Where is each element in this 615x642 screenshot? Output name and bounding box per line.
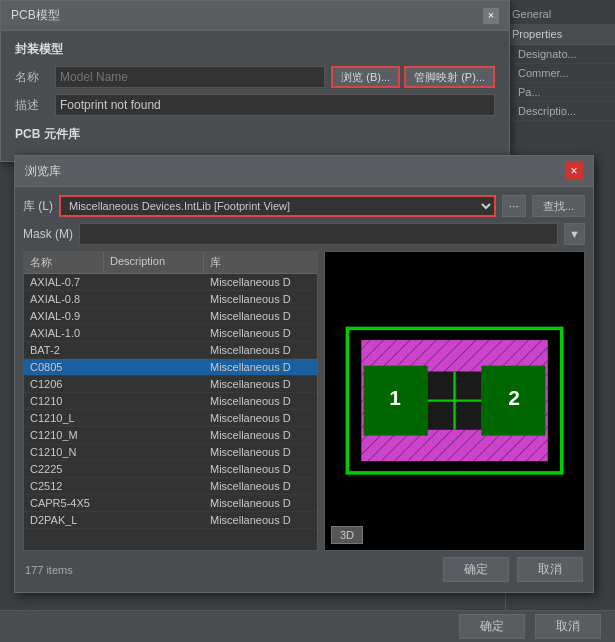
browse-dialog-title: 浏览库	[25, 163, 61, 180]
mask-input[interactable]	[79, 223, 558, 245]
list-item[interactable]: AXIAL-0.7 Miscellaneous D	[24, 274, 317, 291]
browse-dialog-content: 库 (L) Miscellaneous Devices.IntLib [Foot…	[15, 187, 593, 592]
list-item-name: C1210	[24, 393, 104, 409]
list-item[interactable]: C1210_L Miscellaneous D	[24, 410, 317, 427]
list-item-desc	[104, 478, 204, 494]
list-item-desc	[104, 376, 204, 392]
list-item-name: CAPR5-4X5	[24, 495, 104, 511]
list-item-name: C2225	[24, 461, 104, 477]
model-name-input[interactable]	[55, 66, 325, 88]
browse-confirm-button[interactable]: 确定	[443, 557, 509, 582]
col-header-lib: 库	[204, 252, 317, 273]
list-item-name: AXIAL-0.8	[24, 291, 104, 307]
list-item-desc	[104, 495, 204, 511]
mask-row: Mask (M) ▼	[23, 223, 585, 245]
list-item-lib: Miscellaneous D	[204, 376, 317, 392]
right-panel-item-3[interactable]: Pa...	[506, 83, 615, 102]
browse-main-content: 名称 Description 库 AXIAL-0.7 Miscellaneous…	[23, 251, 585, 551]
list-item-desc	[104, 461, 204, 477]
col-header-desc: Description	[104, 252, 204, 273]
footprint-preview-svg: 1 2	[338, 274, 571, 527]
list-item[interactable]: C2512 Miscellaneous D	[24, 478, 317, 495]
preview-canvas: 1 2	[325, 252, 584, 550]
list-item[interactable]: CAPR5-4X5 Miscellaneous D	[24, 495, 317, 512]
browse-dialog-titlebar: 浏览库 ×	[15, 156, 593, 187]
list-item-desc	[104, 308, 204, 324]
list-item-name: C1210_L	[24, 410, 104, 426]
lib-dropdown[interactable]: Miscellaneous Devices.IntLib [Footprint …	[59, 195, 496, 217]
pcb-dialog-title: PCB模型	[11, 7, 60, 24]
pcb-model-dialog: PCB模型 × 封装模型 名称 浏览 (B)... 管脚映射 (P)... 描述…	[0, 0, 510, 162]
list-item-lib: Miscellaneous D	[204, 308, 317, 324]
right-panel-item-4[interactable]: Descriptio...	[506, 102, 615, 121]
name-row: 名称 浏览 (B)... 管脚映射 (P)...	[15, 66, 495, 88]
list-item[interactable]: C2225 Miscellaneous D	[24, 461, 317, 478]
component-list-items[interactable]: AXIAL-0.7 Miscellaneous D AXIAL-0.8 Misc…	[24, 274, 317, 550]
lib-label: 库 (L)	[23, 198, 53, 215]
list-item-lib: Miscellaneous D	[204, 427, 317, 443]
browse-footer-buttons: 确定 取消	[443, 557, 583, 582]
component-list-panel: 名称 Description 库 AXIAL-0.7 Miscellaneous…	[23, 251, 318, 551]
list-item-name: AXIAL-1.0	[24, 325, 104, 341]
list-item-lib: Miscellaneous D	[204, 325, 317, 341]
mapping-button[interactable]: 管脚映射 (P)...	[404, 66, 495, 88]
list-item[interactable]: AXIAL-0.8 Miscellaneous D	[24, 291, 317, 308]
lib-dots-button[interactable]: ···	[502, 195, 526, 217]
list-item-desc	[104, 342, 204, 358]
list-item-name: C0805	[24, 359, 104, 375]
browse-buttons: 浏览 (B)... 管脚映射 (P)...	[331, 66, 495, 88]
list-item-name: BAT-2	[24, 342, 104, 358]
list-item-desc	[104, 427, 204, 443]
browse-button[interactable]: 浏览 (B)...	[331, 66, 400, 88]
list-item-lib: Miscellaneous D	[204, 461, 317, 477]
list-item[interactable]: AXIAL-1.0 Miscellaneous D	[24, 325, 317, 342]
list-item[interactable]: D2PAK_L Miscellaneous D	[24, 512, 317, 529]
list-item[interactable]: C1210 Miscellaneous D	[24, 393, 317, 410]
list-header: 名称 Description 库	[24, 252, 317, 274]
list-item-lib: Miscellaneous D	[204, 274, 317, 290]
list-item-name: C1206	[24, 376, 104, 392]
preview-panel: 1 2 3D	[324, 251, 585, 551]
properties-section: Properties	[506, 24, 615, 45]
list-item-name: C1210_N	[24, 444, 104, 460]
pcb-lib-title: PCB 元件库	[15, 126, 495, 143]
list-item-lib: Miscellaneous D	[204, 359, 317, 375]
list-item[interactable]: C0805 Miscellaneous D	[24, 359, 317, 376]
list-item-desc	[104, 291, 204, 307]
mask-label: Mask (M)	[23, 227, 73, 241]
list-item[interactable]: BAT-2 Miscellaneous D	[24, 342, 317, 359]
outer-confirm-button[interactable]: 确定	[459, 614, 525, 639]
right-panel-item-2[interactable]: Commer...	[506, 64, 615, 83]
list-item[interactable]: C1210_M Miscellaneous D	[24, 427, 317, 444]
list-item-name: C2512	[24, 478, 104, 494]
browse-cancel-button[interactable]: 取消	[517, 557, 583, 582]
list-item[interactable]: C1206 Miscellaneous D	[24, 376, 317, 393]
list-item-name: AXIAL-0.7	[24, 274, 104, 290]
right-panel-item-1[interactable]: Designato...	[506, 45, 615, 64]
list-item-desc	[104, 444, 204, 460]
list-item-lib: Miscellaneous D	[204, 478, 317, 494]
list-item[interactable]: AXIAL-0.9 Miscellaneous D	[24, 308, 317, 325]
list-item-desc	[104, 512, 204, 528]
preview-3d-button[interactable]: 3D	[331, 526, 363, 544]
mask-dropdown-button[interactable]: ▼	[564, 223, 585, 245]
desc-input[interactable]	[55, 94, 495, 116]
pcb-dialog-close-button[interactable]: ×	[483, 8, 499, 24]
list-item-lib: Miscellaneous D	[204, 444, 317, 460]
list-item-desc	[104, 393, 204, 409]
list-item-desc	[104, 410, 204, 426]
pcb-dialog-body: 封装模型 名称 浏览 (B)... 管脚映射 (P)... 描述 PCB 元件库	[1, 31, 509, 161]
find-button[interactable]: 查找...	[532, 195, 585, 217]
browse-dialog-close-button[interactable]: ×	[565, 162, 583, 180]
list-item-desc	[104, 274, 204, 290]
item-count: 177 items	[25, 564, 73, 576]
list-item-lib: Miscellaneous D	[204, 342, 317, 358]
package-section-title: 封装模型	[15, 41, 495, 58]
list-item[interactable]: C1210_N Miscellaneous D	[24, 444, 317, 461]
desc-row: 描述	[15, 94, 495, 116]
svg-text:2: 2	[508, 387, 520, 410]
right-panel-general: General	[506, 0, 615, 24]
svg-text:1: 1	[389, 387, 401, 410]
outer-cancel-button[interactable]: 取消	[535, 614, 601, 639]
list-item-name: AXIAL-0.9	[24, 308, 104, 324]
